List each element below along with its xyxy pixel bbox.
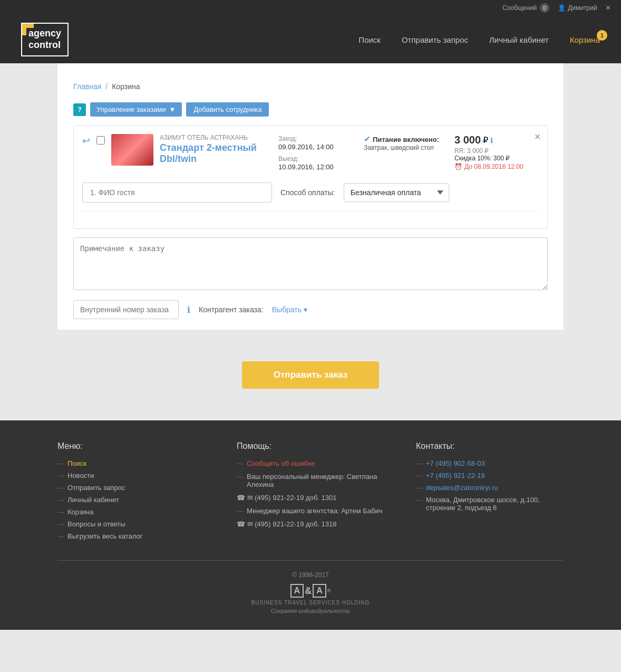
close-icon[interactable]: × (606, 3, 610, 13)
nav-send-request[interactable]: Отправить запрос (402, 35, 468, 44)
footer-content: Меню: — Поиск — Новости — Отправить запр… (57, 441, 564, 561)
main-nav: Поиск Отправить запрос Личный кабинет Ко… (358, 35, 600, 44)
order-number-info-icon[interactable]: ℹ (187, 305, 190, 315)
footer-tagline: Сохраняя индивидуальность (271, 608, 351, 614)
footer-email[interactable]: — depsales@zabroniryi.ru (416, 484, 564, 492)
footer-menu-heading: Меню: (57, 441, 205, 451)
footer-help-col: Помощь: — Сообщить об ошибке — Ваш персо… (237, 441, 384, 544)
footer-bottom: © 1998-2017 A & A ® BUSINESS TRAVEL SERV… (32, 561, 589, 619)
price-currency: ₽ (483, 135, 488, 145)
meal-detail: Завтрак, шведский стол (364, 144, 448, 151)
footer-help-agency-manager: — Менеджер вашего агентства: Артем Бабич (237, 507, 384, 515)
add-employee-button[interactable]: Добавить сотрудника (186, 102, 269, 117)
person-icon: 👤 (558, 4, 566, 12)
footer-phone1[interactable]: — +7 (495) 902-58-03 (416, 459, 564, 467)
order-number-input[interactable] (73, 300, 179, 319)
payment-label: Способ оплаты: (280, 188, 335, 197)
footer-bts: BUSINESS TRAVEL SERVICES HOLDING (251, 600, 370, 606)
footer-menu-catalog[interactable]: — Выгрузить весь каталог (57, 532, 205, 540)
breadcrumb-home[interactable]: Главная (73, 82, 101, 91)
back-icon[interactable]: ↩ (82, 135, 90, 147)
footer-menu-faq[interactable]: — Вопросы и ответы (57, 520, 205, 528)
submit-order-button[interactable]: Отправить заказ (242, 361, 379, 389)
main-wrapper: Главная / Корзина ? Управление заказами … (0, 63, 621, 420)
nav-search[interactable]: Поиск (358, 35, 381, 44)
price-deadline: ⏰ До 08.09.2016 12:00 (454, 163, 539, 170)
footer-menu-cart[interactable]: — Корзина (57, 508, 205, 516)
footer-help-personal-manager: — Ваш персональный менеджер: Светлана Ал… (237, 473, 384, 488)
order-price: 3 000 ₽ ℹ RR: 3 000 ₽ Скидка 10%: 300 ₽ … (454, 134, 539, 170)
toolbar: ? Управление заказами ▼ Добавить сотрудн… (73, 96, 548, 125)
note-textarea[interactable] (73, 237, 548, 290)
messages-section: Сообщений 0 (502, 3, 549, 13)
guest-name-input[interactable] (82, 183, 272, 203)
hotel-image (111, 134, 153, 166)
logo[interactable]: agency control (21, 23, 69, 56)
checkout-label: Выезд: (278, 155, 299, 162)
price-rr: RR: 3 000 ₽ (454, 147, 539, 155)
form-section: Способ оплаты: Безналичная оплата Наличн… (82, 183, 539, 203)
checkin-row: Заезд: 09.09.2016, 14:00 (278, 134, 357, 151)
checkout-row: Выезд: 10.09.2016, 12:00 (278, 154, 357, 171)
nav-cabinet[interactable]: Личный кабинет (489, 35, 549, 44)
footer-menu-news[interactable]: — Новости (57, 472, 205, 479)
footer-menu-search[interactable]: — Поиск (57, 459, 205, 467)
deadline-text: До 08.09.2016 12:00 (464, 163, 523, 170)
footer-phone2[interactable]: — +7 (495) 921-22-19 (416, 472, 564, 479)
hotel-name: АЗИМУТ Отель Астрахань (160, 134, 272, 141)
footer-help-heading: Помощь: (237, 441, 384, 451)
footer-help-manager-contact1: ☎ ✉ (495) 921-22-19 доб. 1301 (237, 494, 384, 502)
content-box: Главная / Корзина ? Управление заказами … (57, 63, 564, 330)
aaa-logo: A & A ® (290, 584, 331, 598)
meal-label: Питание включено: (373, 136, 439, 143)
footer-address: — Москва, Дмитровское шоссе, д.100, стро… (416, 496, 564, 512)
manage-orders-button[interactable]: Управление заказами ▼ (90, 102, 182, 117)
nav-cart[interactable]: Корзина 1 (570, 35, 600, 44)
price-info-icon[interactable]: ℹ (490, 136, 493, 145)
order-meal: ✔ Питание включено: Завтрак, шведский ст… (364, 134, 448, 151)
footer-contacts-col: Контакты: — +7 (495) 902-58-03 — +7 (495… (416, 441, 564, 544)
counterparty-dropdown-icon: ▾ (304, 305, 307, 314)
messages-badge: 0 (540, 3, 549, 13)
footer-menu-col: Меню: — Поиск — Новости — Отправить запр… (57, 441, 205, 544)
copyright: © 1998-2017 (32, 571, 589, 579)
submit-section: Отправить заказ (21, 345, 600, 405)
breadcrumb: Главная / Корзина (73, 74, 548, 96)
footer-menu-cabinet[interactable]: — Личный кабинет (57, 496, 205, 504)
username-label: Димитрий (568, 4, 597, 12)
user-section: 👤 Димитрий (558, 4, 597, 12)
form-divider (82, 211, 539, 212)
footer-contacts-heading: Контакты: (416, 441, 564, 451)
order-header: ↩ АЗИМУТ Отель Астрахань Стандарт 2-мест… (82, 134, 539, 174)
checkout-date: 10.09.2016, 12:00 (278, 163, 334, 171)
messages-label: Сообщений (502, 4, 537, 12)
footer-menu-send-request[interactable]: — Отправить запрос (57, 484, 205, 492)
bottom-form-row: ℹ Контрагент заказа: Выбрать ▾ (73, 300, 548, 319)
footer-help-manager-contact2: ☎ ✉ (495) 921-22-19 доб. 1318 (237, 520, 384, 528)
order-close-icon[interactable]: ✕ (534, 132, 541, 142)
checkin-date: 09.09.2016, 14:00 (278, 143, 334, 151)
price-value: 3 000 (454, 134, 481, 146)
logo-line2: control (28, 40, 61, 51)
price-discount: Скидка 10%: 300 ₽ (454, 155, 539, 162)
counterparty-select[interactable]: Выбрать ▾ (272, 305, 307, 314)
order-details: АЗИМУТ Отель Астрахань Стандарт 2-местны… (160, 134, 272, 165)
help-button[interactable]: ? (73, 103, 86, 116)
dropdown-icon: ▼ (169, 105, 176, 113)
logo-line1: agency (28, 28, 61, 40)
room-name: Стандарт 2-местный Dbl/twin (160, 142, 272, 165)
deadline-icon: ⏰ (454, 163, 462, 170)
payment-select[interactable]: Безналичная оплата Наличная оплата Карта (344, 183, 449, 202)
footer-help-report-error[interactable]: — Сообщить об ошибке (237, 459, 384, 467)
cart-badge: 1 (597, 30, 607, 41)
order-checkbox[interactable] (96, 136, 105, 145)
counterparty-label: Контрагент заказа: (199, 305, 264, 314)
top-bar: Сообщений 0 👤 Димитрий × (0, 0, 621, 16)
meal-check-icon: ✔ (364, 135, 371, 143)
breadcrumb-current: Корзина (112, 82, 140, 91)
breadcrumb-separator: / (105, 82, 108, 91)
footer: Меню: — Поиск — Новости — Отправить запр… (0, 420, 621, 630)
order-item: ↩ АЗИМУТ Отель Астрахань Стандарт 2-мест… (73, 125, 548, 229)
checkin-label: Заезд: (278, 135, 297, 142)
header: agency control Поиск Отправить запрос Ли… (0, 16, 621, 63)
